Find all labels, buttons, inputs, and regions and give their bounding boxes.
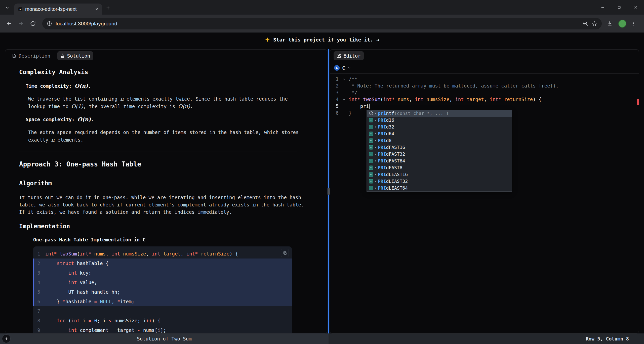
- code-token: =: [89, 318, 91, 323]
- suggest-item[interactable]: PRIdFAST8: [367, 164, 512, 171]
- close-icon: [634, 5, 638, 10]
- suggest-item[interactable]: PRId8: [367, 137, 512, 144]
- tab-description-label: Description: [19, 53, 50, 59]
- tab-close-icon[interactable]: [95, 7, 99, 11]
- resizer-grip-handle[interactable]: [328, 188, 330, 195]
- suggest-item[interactable]: PRId16: [367, 117, 512, 123]
- editor-code-text: /**: [347, 76, 357, 82]
- code-text: int* twoSum(int* nums, int numsSize, int…: [45, 251, 238, 256]
- code-token: ) {: [229, 251, 238, 256]
- suggest-bullet: [375, 140, 376, 141]
- label-rest: dFAST16: [386, 145, 405, 150]
- suggest-label: PRIdFAST64: [378, 157, 405, 164]
- editor-line[interactable]: 2 * Note: The returned array must be mal…: [330, 82, 639, 89]
- tab-editor-label: Editor: [343, 53, 361, 59]
- code-token: [360, 97, 363, 102]
- address-bar[interactable]: localhost:3000/playground: [42, 18, 602, 29]
- suggest-label: PRIdLEAST32: [378, 178, 408, 185]
- tab-editor[interactable]: Editor: [334, 51, 364, 60]
- code-token: [120, 251, 123, 256]
- window-controls: [594, 0, 644, 15]
- suggest-item[interactable]: PRId32: [367, 123, 512, 130]
- inline-math: n: [51, 137, 55, 143]
- label-rest: ntf: [386, 111, 394, 116]
- complexity-heading: Complexity Analysis: [19, 69, 317, 76]
- forward-button[interactable]: [16, 18, 26, 29]
- code-token: ; i: [97, 318, 109, 323]
- label-rest: dLEAST64: [386, 185, 408, 191]
- back-button[interactable]: [4, 18, 14, 29]
- algorithm-paragraph: It turns out we can do it in one-pass. W…: [19, 194, 308, 216]
- editor-line[interactable]: 5 pri: [330, 103, 639, 110]
- text-suggestion-icon: [369, 118, 373, 122]
- browser-tab-bar: ▲ monaco-editor-lsp-next: [0, 0, 644, 15]
- monaco-editor[interactable]: 1/**2 * Note: The returned array must be…: [330, 74, 639, 333]
- code-token: int: [68, 280, 77, 285]
- bookmark-star-icon[interactable]: [592, 21, 597, 26]
- close-button[interactable]: [627, 0, 644, 15]
- code-token: [160, 251, 163, 256]
- panel-resizer[interactable]: [327, 49, 330, 333]
- fold-chevron-icon[interactable]: [341, 96, 347, 103]
- editor-line[interactable]: 1/**: [330, 76, 639, 82]
- browser-toolbar: localhost:3000/playground: [0, 15, 644, 33]
- tab-solution[interactable]: Solution: [57, 51, 93, 60]
- code-token: }: [349, 110, 351, 116]
- code-token: =: [94, 299, 97, 304]
- code-token: [501, 97, 504, 102]
- suggest-item[interactable]: PRIdLEAST64: [367, 185, 512, 191]
- maximize-button[interactable]: [611, 0, 627, 15]
- tab-description[interactable]: Description: [9, 51, 53, 60]
- code-text: UT_hash_handle hh;: [45, 289, 120, 295]
- code-line: 7: [33, 306, 292, 316]
- code-line: 8 for (int i = 0; i < numsSize; i++) {: [33, 316, 292, 325]
- code-token: ) {: [152, 318, 160, 323]
- language-label: C: [342, 65, 345, 71]
- editor-line[interactable]: 3 */: [330, 89, 639, 96]
- reload-button[interactable]: [28, 18, 38, 29]
- matched-text: PRI: [378, 145, 386, 150]
- copy-code-button[interactable]: [281, 249, 289, 257]
- code-token: int: [71, 318, 80, 323]
- suggest-item[interactable]: PRIdFAST16: [367, 144, 512, 151]
- downloads-button[interactable]: [604, 18, 615, 29]
- function-suggestion-icon: [369, 111, 373, 116]
- suggest-item[interactable]: PRIdLEAST32: [367, 178, 512, 185]
- approach-heading: Approach 3: One-pass Hash Table: [19, 160, 297, 172]
- implementation-heading: Implementation: [19, 223, 317, 230]
- fold-chevron-icon[interactable]: [341, 76, 347, 82]
- minimize-button[interactable]: [594, 0, 611, 15]
- code-token: int*: [383, 97, 395, 102]
- text-run: , the overall time complexity is: [83, 104, 178, 109]
- language-selector[interactable]: C C: [330, 62, 639, 74]
- suggest-item[interactable]: PRIdFAST64: [367, 157, 512, 164]
- profile-avatar[interactable]: [618, 20, 626, 28]
- zoom-icon[interactable]: [583, 21, 588, 26]
- code-token: [97, 299, 100, 304]
- code-token: int*: [80, 251, 91, 256]
- suggest-item[interactable]: PRId64: [367, 130, 512, 137]
- quick-action-button[interactable]: [2, 334, 11, 343]
- editor-code-text: int* twoSum(int* nums, int numsSize, int…: [347, 96, 542, 103]
- editor-line[interactable]: 4int* twoSum(int* nums, int numsSize, in…: [330, 96, 639, 103]
- code-text: int key;: [45, 270, 91, 276]
- suggest-item[interactable]: printf(const char *, ... ): [367, 110, 512, 117]
- tab-search-button[interactable]: [3, 4, 12, 12]
- text-run: Space complexity:: [26, 117, 77, 122]
- code-token: target: [114, 327, 138, 333]
- code-token: int: [111, 251, 120, 256]
- reload-icon: [30, 21, 36, 26]
- suggest-item[interactable]: PRIdFAST32: [367, 151, 512, 157]
- code-token: [424, 97, 426, 102]
- menu-button[interactable]: [628, 18, 639, 29]
- browser-tab[interactable]: ▲ monaco-editor-lsp-next: [14, 4, 102, 15]
- suggest-bullet: [375, 113, 376, 114]
- new-tab-button[interactable]: [104, 4, 112, 12]
- inline-math: O(n): [178, 103, 190, 109]
- implementation-section: One-pass Hash Table Implementation in C …: [33, 237, 317, 333]
- text-suggestion-icon: [369, 138, 373, 143]
- code-token: (: [77, 251, 80, 256]
- suggest-item[interactable]: PRIdLEAST16: [367, 171, 512, 178]
- code-token: }: [45, 299, 63, 304]
- code-token: returnSize: [504, 97, 533, 102]
